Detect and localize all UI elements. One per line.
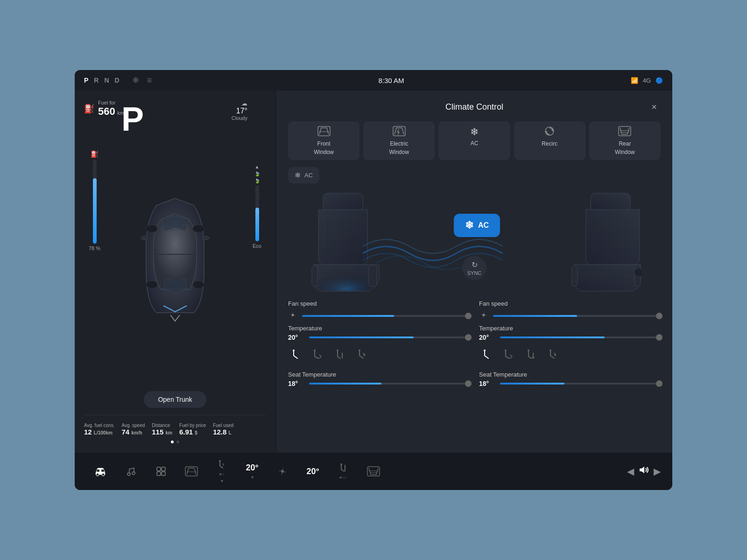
left-seat-recline-icon[interactable]	[288, 347, 303, 365]
rear-window-label1: Rear	[619, 140, 631, 147]
right-seat-forward-icon[interactable]	[501, 347, 516, 365]
svg-point-36	[127, 473, 130, 476]
seat-controls-area: Fan speed	[288, 300, 661, 387]
main-content: ⛽ Fuel for 560 km P ☁ 17° Cloudy ⛽	[75, 91, 672, 453]
ac-button[interactable]: ❄ AC	[438, 121, 510, 160]
left-seat-temp-fill	[309, 383, 381, 385]
ac-active-snowflake: ❄	[465, 219, 473, 231]
right-seat-heat-icon[interactable]	[545, 347, 560, 365]
svg-point-1	[141, 236, 148, 240]
eco-bar-track	[255, 185, 259, 241]
nav-item-apps[interactable]	[147, 462, 175, 480]
front-window-button[interactable]: Front Window	[288, 121, 359, 160]
right-seat-svg	[570, 191, 642, 294]
weather-label: Cloudy	[232, 115, 247, 121]
volume-icon	[638, 465, 650, 478]
right-seat-recline-icon[interactable]	[479, 347, 494, 365]
nav-seat-temp-dots: ●○	[219, 472, 225, 476]
right-seat-icons	[479, 345, 661, 367]
left-seat-temp-value: 18°	[288, 380, 304, 387]
dot-1[interactable]	[171, 441, 174, 443]
nav-item-seat-temp[interactable]: ●○ ▾	[208, 456, 236, 487]
gear-r[interactable]: R	[94, 77, 99, 84]
right-temp-value: 20°	[479, 334, 495, 341]
nav-item-seat-back[interactable]: ●○○	[329, 459, 357, 483]
front-window-label2: Window	[314, 149, 334, 155]
eco-bar-fill	[255, 208, 259, 241]
nav-items: ●○ ▾ 20° ▾ 20°	[86, 456, 627, 487]
svg-rect-40	[157, 472, 161, 476]
pagination-dots	[84, 441, 266, 443]
right-seat-temp-row: 18°	[479, 380, 661, 387]
nav-seat-back-dots: ●○○	[339, 475, 347, 480]
volume-up-button[interactable]: ▶	[654, 466, 661, 477]
volume-down-button[interactable]: ◀	[627, 466, 634, 477]
left-temp-fill	[309, 336, 414, 338]
nav-temp-right-value: 20°	[306, 467, 319, 476]
rear-window-label2: Window	[615, 149, 635, 155]
weather-temp: 17°	[232, 107, 247, 115]
left-seat-back-icon[interactable]	[332, 347, 347, 365]
climate-header: Climate Control ×	[288, 100, 661, 114]
left-fan-speed-row	[288, 311, 470, 321]
left-seat-heat-icon[interactable]	[354, 347, 369, 365]
stat-avg-speed: Avg. speed 74 km/h	[121, 422, 145, 436]
right-seat-down-icon[interactable]	[523, 347, 538, 365]
right-temp-track[interactable]	[500, 336, 661, 338]
gear-selector: P R N D ❄ ≡	[84, 75, 152, 85]
dot-2[interactable]	[176, 441, 179, 443]
nav-item-temp-right[interactable]: 20°	[299, 463, 327, 480]
gear-p[interactable]: P	[84, 77, 88, 84]
svg-rect-19	[572, 266, 578, 287]
left-fan-icon	[288, 311, 297, 321]
svg-rect-18	[591, 193, 630, 211]
recirc-icon	[544, 126, 555, 139]
bottom-nav: ●○ ▾ 20° ▾ 20°	[75, 453, 672, 490]
svg-point-7	[193, 281, 204, 288]
fuel-bar: ⛽ 78 %	[89, 150, 100, 251]
nav-item-temp-left[interactable]: 20° ▾	[238, 459, 266, 483]
rear-window-button[interactable]: Rear Window	[589, 121, 661, 160]
svg-point-24	[314, 350, 316, 351]
nav-item-rear-window[interactable]	[359, 462, 388, 480]
open-trunk-button[interactable]: Open Trunk	[144, 391, 206, 408]
gear-n[interactable]: N	[104, 77, 109, 84]
eco-bar: ▲ 🍃 🍃 Eco	[253, 164, 261, 249]
left-fan-track[interactable]	[302, 315, 470, 317]
electric-window-button[interactable]: Electric Window	[363, 121, 435, 160]
stat-fuel-cons: Avg. fuel cons. 12 L/100km	[84, 422, 114, 436]
left-seat-forward-icon[interactable]	[310, 347, 325, 365]
network-label: 4G	[643, 77, 651, 84]
svg-point-30	[528, 350, 529, 351]
sync-label: SYNC	[467, 270, 482, 276]
svg-rect-16	[312, 266, 317, 287]
stat-fuel-price: Fuel by price 6.91 $	[179, 422, 206, 436]
left-fan-fill	[302, 315, 394, 317]
recirc-button[interactable]: Recirc	[514, 121, 585, 160]
svg-rect-39	[162, 467, 165, 471]
right-temp-fill	[500, 336, 605, 338]
nav-item-music[interactable]	[117, 462, 145, 480]
nav-item-fan[interactable]	[268, 462, 296, 481]
nav-item-climate[interactable]	[177, 462, 205, 480]
left-temp-value: 20°	[288, 334, 304, 341]
svg-point-27	[483, 314, 485, 316]
left-seat-temp-track[interactable]	[309, 383, 470, 385]
ac-icon: ❄	[470, 126, 479, 138]
main-screen: P R N D ❄ ≡ 8:30 AM 📶 4G 🔵 ⛽ Fuel for 56…	[75, 70, 672, 490]
ac-active-button[interactable]: ❄ AC	[454, 214, 500, 237]
close-button[interactable]: ×	[648, 100, 661, 114]
nav-temp-left-value: 20°	[246, 463, 258, 473]
right-seat-temp-track[interactable]	[500, 383, 661, 385]
right-fan-icon	[479, 311, 488, 321]
left-temp-track[interactable]	[309, 336, 470, 338]
gear-d[interactable]: D	[115, 77, 120, 84]
nav-item-car[interactable]	[86, 462, 114, 480]
right-seat-temp-value: 18°	[479, 380, 495, 387]
sync-button[interactable]: ↻ SYNC	[462, 256, 486, 280]
right-fan-track[interactable]	[493, 315, 661, 317]
svg-rect-38	[157, 467, 161, 471]
left-temp-label: Temperature	[288, 325, 470, 332]
svg-point-33	[102, 473, 105, 476]
right-fan-speed-label: Fan speed	[479, 300, 661, 307]
